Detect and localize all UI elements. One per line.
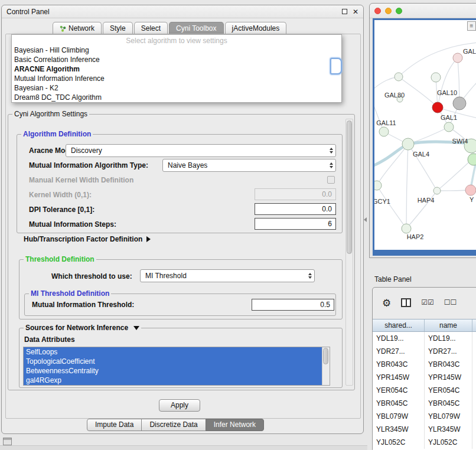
table-cell[interactable]: 9 [472, 397, 476, 410]
algorithm-combo-focus-ring[interactable] [330, 58, 342, 74]
sources-toggle[interactable]: Sources for Network Inference [24, 324, 141, 332]
table-row[interactable]: YDL19...YDL19...13 [373, 332, 476, 345]
canvas-scroll-icon[interactable]: ≡ [467, 21, 476, 31]
table-cell[interactable]: YLR345W [425, 423, 472, 436]
table-cell[interactable]: YER054C [425, 384, 472, 397]
table-row[interactable]: YJL052CYJL052C [373, 436, 476, 449]
table-row[interactable]: YBL079WYBL079W [373, 410, 476, 423]
network-node[interactable] [395, 73, 403, 81]
hub-definition-toggle[interactable]: Hub/Transcription Factor Definition [24, 235, 151, 243]
network-node[interactable] [453, 97, 466, 110]
column-header-shared-name[interactable]: shared... [373, 319, 425, 331]
table-row[interactable]: YPR145WYPR145W9 [373, 371, 476, 384]
dpi-tolerance-field[interactable]: 0.0 [255, 203, 336, 215]
float-window-icon[interactable] [342, 9, 347, 14]
table-cell[interactable]: YLR345W [373, 423, 425, 436]
scrollbar-thumb[interactable] [347, 120, 352, 254]
minimize-traffic-light-icon[interactable] [385, 8, 392, 14]
dropdown-item-0[interactable]: Bayesian - Hill Climbing [12, 45, 341, 55]
dropdown-item-5[interactable]: Dream8 DC_TDC Algorithm [12, 93, 341, 102]
tab-jactivemodules[interactable]: jActiveModules [225, 22, 287, 34]
aracne-mode-combo[interactable]: Discovery [66, 144, 336, 157]
minimized-panel-icon[interactable] [3, 438, 12, 445]
table-cell[interactable]: 8 [472, 384, 476, 397]
mi-algorithm-type-combo[interactable]: Naive Bayes [162, 159, 336, 172]
table-cell[interactable]: YER054C [373, 384, 425, 397]
network-node[interactable] [465, 185, 476, 195]
network-node-gal4[interactable] [402, 138, 414, 150]
close-traffic-light-icon[interactable] [374, 8, 381, 14]
attributes-list[interactable]: SelfLoops TopologicalCoefficient Between… [23, 347, 330, 386]
select-all-icon[interactable]: ☑☑ [421, 298, 434, 306]
network-node-gal11[interactable] [379, 127, 389, 136]
dropdown-item-3[interactable]: Mutual Information Inference [12, 74, 341, 83]
table-row[interactable]: YDR27...YDR27...12 [373, 345, 476, 358]
list-item[interactable]: TopologicalCoefficient [24, 357, 322, 366]
table-cell[interactable]: 9 [472, 371, 476, 384]
bottom-tab-impute-data[interactable]: Impute Data [87, 419, 142, 431]
table-cell[interactable]: YDR27... [425, 345, 472, 358]
network-window-titlebar[interactable] [370, 4, 476, 18]
network-node-hap2[interactable] [402, 224, 411, 233]
apply-button[interactable]: Apply [159, 399, 200, 412]
table-cell[interactable] [472, 410, 476, 423]
table-cell[interactable]: YJL052C [373, 436, 425, 449]
tab-cyni-toolbox[interactable]: Cyni Toolbox [169, 22, 223, 34]
dropdown-item-2[interactable]: ARACNE Algorithm [12, 64, 341, 74]
control-panel-titlebar[interactable]: Control Panel ✕ [2, 5, 363, 18]
table-cell[interactable]: YDL19... [425, 332, 472, 345]
table-row[interactable]: YBR043CYBR043C [373, 358, 476, 371]
tab-style[interactable]: Style [103, 22, 133, 34]
mi-steps-field[interactable]: 6 [255, 218, 336, 230]
bottom-tab-infer-network[interactable]: Infer Network [206, 419, 264, 431]
network-node[interactable] [431, 73, 441, 82]
list-scrollbar[interactable] [322, 347, 330, 385]
table-row[interactable]: YER054CYER054C8 [373, 384, 476, 397]
zoom-traffic-light-icon[interactable] [396, 8, 402, 14]
table-cell[interactable]: 13 [472, 332, 476, 345]
table-cell[interactable] [472, 358, 476, 371]
table-cell[interactable]: YDR27... [373, 345, 425, 358]
dropdown-item-1[interactable]: Basic Correlation Inference [12, 55, 341, 64]
network-node-hap4[interactable] [433, 187, 441, 194]
splitter-collapse-icon[interactable] [364, 217, 367, 222]
column-header-name[interactable]: name [425, 319, 472, 331]
bottom-tab-discretize-data[interactable]: Discretize Data [141, 419, 206, 431]
network-node-gal10[interactable] [432, 102, 443, 113]
network-node-gcy1[interactable] [374, 181, 382, 190]
table-cell[interactable]: 12 [472, 345, 476, 358]
close-icon[interactable]: ✕ [353, 8, 358, 15]
table-cell[interactable]: YBR045C [373, 397, 425, 410]
scrollbar-thumb[interactable] [323, 348, 328, 364]
list-item[interactable]: BetweennessCentrality [24, 366, 322, 376]
table-cell[interactable]: YDL19... [373, 332, 425, 345]
gear-icon[interactable]: ⚙ [382, 298, 391, 308]
list-item[interactable]: SelfLoops [24, 347, 322, 357]
tab-select[interactable]: Select [134, 22, 168, 34]
table-cell[interactable]: YBR043C [373, 358, 425, 371]
table-row[interactable]: YLR345WYLR345W9 [373, 423, 476, 436]
table-row[interactable]: YBR045CYBR045C9 [373, 397, 476, 410]
mi-threshold-field[interactable]: 0.5 [252, 299, 334, 311]
network-node-gal1[interactable] [444, 122, 454, 132]
columns-icon[interactable] [401, 298, 411, 307]
which-threshold-combo[interactable]: MI Threshold [140, 269, 315, 282]
network-canvas[interactable]: GAL GAL80 GAL10 GAL11 GAL1 SWI4 GAL4 GCY… [374, 20, 476, 250]
column-header-extra[interactable] [472, 319, 476, 331]
list-item[interactable]: gal4RGexp [24, 376, 322, 385]
table-cell[interactable]: YBR043C [425, 358, 472, 371]
tab-network[interactable]: Network [53, 22, 102, 34]
table-cell[interactable]: YJL052C [425, 436, 472, 449]
table-cell[interactable]: 9 [472, 423, 476, 436]
settings-scrollbar[interactable] [345, 119, 353, 386]
table-cell[interactable]: YPR145W [373, 371, 425, 384]
deselect-all-icon[interactable]: ☐☐ [444, 298, 457, 306]
table-cell[interactable]: YPR145W [425, 371, 472, 384]
table-cell[interactable] [472, 436, 476, 449]
manual-kernel-checkbox[interactable] [327, 176, 335, 184]
network-node[interactable] [468, 154, 476, 165]
table-cell[interactable]: YBL079W [425, 410, 472, 423]
table-cell[interactable]: YBL079W [373, 410, 425, 423]
dropdown-item-4[interactable]: Bayesian - K2 [12, 83, 341, 93]
network-node[interactable] [453, 53, 462, 63]
